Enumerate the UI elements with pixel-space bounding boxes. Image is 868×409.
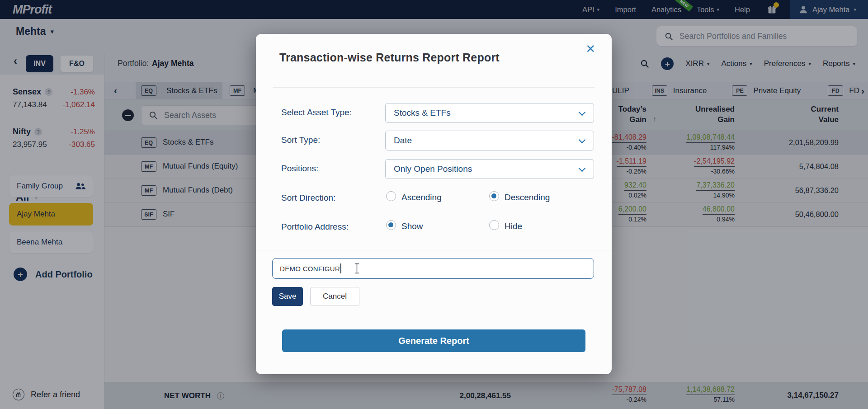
- sort-type-select[interactable]: Date: [385, 131, 594, 150]
- sort-direction-label: Sort Direction:: [281, 193, 335, 203]
- radio-hide-label[interactable]: Hide: [505, 221, 522, 231]
- positions-label: Positions:: [281, 164, 318, 174]
- report-config-name-input[interactable]: DEMO CONFIGUR: [272, 258, 594, 279]
- positions-select[interactable]: Only Open Positions: [385, 159, 594, 179]
- radio-descending[interactable]: [489, 191, 499, 201]
- sort-type-label: Sort Type:: [281, 135, 320, 145]
- chevron-down-icon: [579, 109, 586, 116]
- positions-value: Only Open Positions: [394, 164, 472, 174]
- generate-report-button[interactable]: Generate Report: [282, 329, 585, 352]
- asset-type-value: Stocks & ETFs: [394, 108, 451, 118]
- report-config-modal: ✕ Transaction-wise Returns Report Report…: [256, 34, 612, 374]
- modal-title: Transaction-wise Returns Report Report: [279, 51, 500, 64]
- cancel-button[interactable]: Cancel: [310, 287, 359, 306]
- divider: [256, 250, 612, 250]
- asset-type-label: Select Asset Type:: [281, 108, 352, 118]
- text-caret: [340, 263, 341, 273]
- portfolio-address-label: Portfolio Address:: [281, 222, 349, 232]
- radio-show[interactable]: [386, 220, 396, 230]
- divider: [273, 87, 594, 88]
- close-icon[interactable]: ✕: [585, 43, 595, 55]
- sort-type-value: Date: [394, 136, 412, 146]
- chevron-down-icon: [579, 136, 586, 144]
- chevron-down-icon: [579, 165, 586, 172]
- ibeam-cursor-icon: [354, 263, 360, 274]
- app-window: MProfit API▾ Import AnalyticsNEW Tools▾ …: [0, 0, 868, 409]
- radio-ascending[interactable]: [386, 191, 396, 201]
- report-config-name-value: DEMO CONFIGUR: [280, 265, 340, 273]
- radio-hide[interactable]: [489, 220, 499, 230]
- asset-type-select[interactable]: Stocks & ETFs: [385, 103, 594, 123]
- radio-show-label[interactable]: Show: [401, 221, 423, 231]
- radio-ascending-label[interactable]: Ascending: [401, 193, 442, 202]
- save-button[interactable]: Save: [272, 287, 303, 306]
- radio-descending-label[interactable]: Descending: [505, 193, 550, 202]
